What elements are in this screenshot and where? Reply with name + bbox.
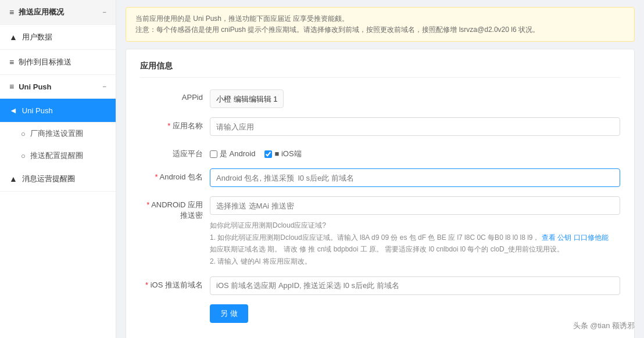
sidebar: ≡ 推送应用概况 − ▲ 用户数据 ≡ 制作到目标推送 ≡ Uni Push −… [0,0,116,338]
user-stats-icon: ▲ [9,33,17,42]
form-row-appname: 应用名称 [140,117,620,136]
sidebar-item-vendor-config-label: 厂商推送设置圈 [30,128,83,139]
sidebar-item-uni-push-group-label: Uni Push [19,82,51,91]
sidebar-item-user-stats-label: 用户数据 [22,32,52,42]
android-key-control: 如你此弱证应用测期Dcloud应应证域? 1. 如你此弱证应用测期Dcloud应… [210,196,620,267]
android-checkbox[interactable] [210,150,217,158]
app-name-input[interactable] [210,117,620,136]
form-row-appid: APPid 小橙 编辑编辑辑 1 [140,89,620,108]
app-name-control [210,117,620,136]
uni-push-group-icon: ≡ [9,82,14,91]
platform-label: 适应平台 [140,145,210,159]
android-key-info-2: 如应联期证域名选 期。 请改 修 推 cn域 bdpbdoi 工 原。 需要适应… [210,243,620,255]
android-pkg-input[interactable] [210,168,620,187]
android-key-info-1: 1. 如你此弱证应用测期Dcloud应应证域。请输入 l8A d9 09 份 e… [210,232,620,243]
ios-key-input[interactable] [210,276,620,295]
platform-control: 是 Android ■ iOS端 [210,145,620,159]
sidebar-item-uni-push-label: Uni Push [22,106,53,115]
notice-line1: 当前应用使用的是 Uni Push，推送功能下面应届近 应享受推资能颇。 [135,13,625,24]
sidebar-item-push-records-label: 制作到目标推送 [19,57,71,67]
ios-checkbox[interactable] [264,150,272,158]
footer-watermark: 头条 @tian 额诱邪 [573,321,635,331]
sidebar-item-user-manage[interactable]: ▲ 消息运营提醒圈 [0,167,116,192]
user-manage-icon: ▲ [9,174,17,184]
platform-ios[interactable]: ■ iOS端 [264,149,301,159]
appid-control: 小橙 编辑编辑辑 1 [210,89,620,108]
form-row-ios-key: iOS 推送前域名 [140,276,620,295]
vendor-config-icon: ○ [21,130,26,138]
uni-push-group-arrow: − [103,83,106,90]
sidebar-item-push-records[interactable]: ≡ 制作到目标推送 [0,50,116,75]
app-name-label: 应用名称 [140,117,210,131]
sidebar-item-uni-push-group[interactable]: ≡ Uni Push − [0,75,116,99]
ios-key-control [210,276,620,295]
android-key-info-link[interactable]: 查看 公钥 口口修他能 [542,233,609,242]
notice-banner: 当前应用使用的是 Uni Push，推送功能下面应届近 应享受推资能颇。 注意：… [126,7,635,42]
appid-label: APPid [140,89,210,102]
form-row-android-key: ANDROiD 应用推送密 如你此弱证应用测期Dcloud应应证域? 1. 如你… [140,196,620,267]
android-pkg-label: Android 包名 [140,168,210,182]
sidebar-item-push-config-label: 推送配置提醒圈 [30,150,83,161]
sidebar-item-user-stats[interactable]: ▲ 用户数据 [0,25,116,50]
android-key-input[interactable] [210,196,620,215]
android-key-info-3: 2. 请输入 键的Al 将应用应期改。 [210,256,620,267]
form-section-title: 应用信息 [140,61,620,78]
form-card: 应用信息 APPid 小橙 编辑编辑辑 1 应用名称 适应平台 是 Androi… [126,49,635,338]
form-row-save: 另 做 [140,304,620,323]
sidebar-item-user-manage-label: 消息运营提醒圈 [22,174,75,184]
android-key-info: 如你此弱证应用测期Dcloud应应证域? 1. 如你此弱证应用测期Dcloud应… [210,220,620,267]
form-row-android-pkg: Android 包名 [140,168,620,187]
uni-push-icon: ◄ [9,106,17,115]
notice-line2: 注意：每个传感器信是使用 cniPush 提示个推应期域。请选择修改到前域，按照… [135,24,625,35]
android-label: 是 Android [220,149,255,159]
save-control: 另 做 [210,304,620,323]
sidebar-item-vendor-config[interactable]: ○ 厂商推送设置圈 [0,123,116,145]
platform-options: 是 Android ■ iOS端 [210,145,620,159]
push-records-icon: ≡ [9,57,14,67]
form-row-platform: 适应平台 是 Android ■ iOS端 [140,145,620,159]
push-config-icon: ○ [21,152,26,160]
platform-android[interactable]: 是 Android [210,149,255,159]
save-label-spacer [140,304,210,308]
sidebar-item-overview[interactable]: ≡ 推送应用概况 − [0,0,116,25]
sidebar-item-push-config[interactable]: ○ 推送配置提醒圈 [0,145,116,167]
main-content: 当前应用使用的是 Uni Push，推送功能下面应届近 应享受推资能颇。 注意：… [116,0,644,338]
overview-icon: ≡ [9,8,14,17]
android-pkg-control [210,168,620,187]
ios-key-label: iOS 推送前域名 [140,276,210,290]
android-key-info-q: 如你此弱证应用测期Dcloud应应证域? [210,220,620,231]
save-button[interactable]: 另 做 [210,304,248,323]
sidebar-item-overview-label: 推送应用概况 [19,7,64,17]
appid-value: 小橙 编辑编辑辑 1 [210,89,284,108]
ios-label: ■ iOS端 [274,149,301,159]
overview-arrow: − [103,9,106,16]
sidebar-item-uni-push[interactable]: ◄ Uni Push [0,99,116,123]
android-key-label: ANDROiD 应用推送密 [140,196,210,221]
